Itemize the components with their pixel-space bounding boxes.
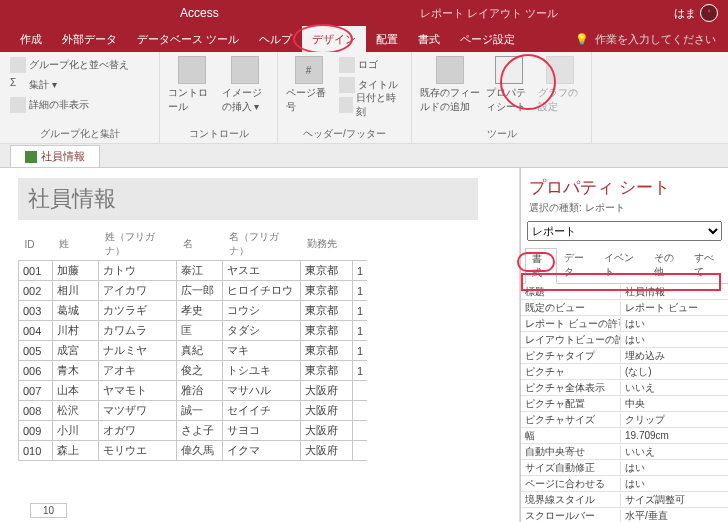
- cell[interactable]: 1: [353, 301, 368, 321]
- cell[interactable]: 大阪府: [301, 421, 353, 441]
- table-row[interactable]: 010森上モリウエ偉久馬イクマ大阪府: [19, 441, 368, 461]
- cell[interactable]: 007: [19, 381, 53, 401]
- cell[interactable]: イクマ: [223, 441, 301, 461]
- cell[interactable]: 1: [353, 341, 368, 361]
- cell[interactable]: 東京都: [301, 321, 353, 341]
- date-time-button[interactable]: 日付と時刻: [337, 96, 403, 114]
- page-numbers-button[interactable]: #ページ番号: [286, 56, 331, 114]
- property-row[interactable]: 幅19.709cm: [521, 428, 728, 444]
- property-tab-書式[interactable]: 書式: [525, 248, 557, 284]
- group-sort-button[interactable]: グループ化と並べ替え: [8, 56, 151, 74]
- logo-button[interactable]: ロゴ: [337, 56, 403, 74]
- table-row[interactable]: 005成宮ナルミヤ真紀マキ東京都1: [19, 341, 368, 361]
- cell[interactable]: 1: [353, 261, 368, 281]
- ribbon-tab-データベース ツール[interactable]: データベース ツール: [127, 26, 249, 52]
- insert-image-button[interactable]: イメージの挿入 ▾: [222, 56, 270, 114]
- cell[interactable]: アオキ: [99, 361, 177, 381]
- cell[interactable]: 003: [19, 301, 53, 321]
- cell[interactable]: 東京都: [301, 261, 353, 281]
- property-value[interactable]: 19.709cm: [621, 430, 728, 441]
- ribbon-tab-作成[interactable]: 作成: [10, 26, 52, 52]
- cell[interactable]: タダシ: [223, 321, 301, 341]
- avatar-icon[interactable]: [700, 4, 718, 22]
- cell[interactable]: 松沢: [53, 401, 99, 421]
- cell[interactable]: 青木: [53, 361, 99, 381]
- cell[interactable]: 森上: [53, 441, 99, 461]
- cell[interactable]: マキ: [223, 341, 301, 361]
- cell[interactable]: 006: [19, 361, 53, 381]
- property-value[interactable]: 埋め込み: [621, 349, 728, 363]
- property-value[interactable]: クリップ: [621, 413, 728, 427]
- property-row[interactable]: 既定のビューレポート ビュー: [521, 300, 728, 316]
- cell[interactable]: 泰江: [177, 261, 223, 281]
- cell[interactable]: カワムラ: [99, 321, 177, 341]
- property-value[interactable]: 社員情報: [621, 285, 728, 299]
- cell[interactable]: [353, 421, 368, 441]
- cell[interactable]: オガワ: [99, 421, 177, 441]
- cell[interactable]: ヤスエ: [223, 261, 301, 281]
- cell[interactable]: 東京都: [301, 341, 353, 361]
- cell[interactable]: 008: [19, 401, 53, 421]
- property-value[interactable]: 中央: [621, 397, 728, 411]
- property-row[interactable]: ピクチャタイプ埋め込み: [521, 348, 728, 364]
- cell[interactable]: 大阪府: [301, 401, 353, 421]
- cell[interactable]: 005: [19, 341, 53, 361]
- cell[interactable]: 俊之: [177, 361, 223, 381]
- property-value[interactable]: いいえ: [621, 381, 728, 395]
- object-selector[interactable]: レポート: [527, 221, 722, 241]
- cell[interactable]: [353, 401, 368, 421]
- cell[interactable]: 1: [353, 361, 368, 381]
- cell[interactable]: ヒロイチロウ: [223, 281, 301, 301]
- column-header[interactable]: 姓: [53, 228, 99, 261]
- property-row[interactable]: サイズ自動修正はい: [521, 460, 728, 476]
- property-value[interactable]: (なし): [621, 365, 728, 379]
- cell[interactable]: 川村: [53, 321, 99, 341]
- property-row[interactable]: ピクチャ(なし): [521, 364, 728, 380]
- column-header[interactable]: ID: [19, 228, 53, 261]
- column-header[interactable]: 名: [177, 228, 223, 261]
- property-value[interactable]: いいえ: [621, 445, 728, 459]
- cell[interactable]: カツラギ: [99, 301, 177, 321]
- cell[interactable]: 010: [19, 441, 53, 461]
- cell[interactable]: 001: [19, 261, 53, 281]
- cell[interactable]: 加藤: [53, 261, 99, 281]
- cell[interactable]: 東京都: [301, 361, 353, 381]
- ribbon-tab-配置[interactable]: 配置: [366, 26, 408, 52]
- property-tab-すべて[interactable]: すべて: [687, 247, 728, 283]
- cell[interactable]: アイカワ: [99, 281, 177, 301]
- user-area[interactable]: はま: [674, 4, 718, 22]
- table-row[interactable]: 009小川オガワさよ子サヨコ大阪府: [19, 421, 368, 441]
- cell[interactable]: 葛城: [53, 301, 99, 321]
- cell[interactable]: 山本: [53, 381, 99, 401]
- cell[interactable]: 1: [353, 281, 368, 301]
- property-row[interactable]: ピクチャ全体表示いいえ: [521, 380, 728, 396]
- cell[interactable]: マサハル: [223, 381, 301, 401]
- cell[interactable]: [353, 381, 368, 401]
- cell[interactable]: マツザワ: [99, 401, 177, 421]
- property-tab-イベント[interactable]: イベント: [597, 247, 646, 283]
- property-row[interactable]: ピクチャ配置中央: [521, 396, 728, 412]
- cell[interactable]: 広一郎: [177, 281, 223, 301]
- cell[interactable]: 真紀: [177, 341, 223, 361]
- cell[interactable]: さよ子: [177, 421, 223, 441]
- cell[interactable]: 誠一: [177, 401, 223, 421]
- ribbon-tab-ヘルプ[interactable]: ヘルプ: [249, 26, 302, 52]
- cell[interactable]: トシユキ: [223, 361, 301, 381]
- cell[interactable]: 1: [353, 321, 368, 341]
- cell[interactable]: サヨコ: [223, 421, 301, 441]
- controls-gallery[interactable]: コントロール: [168, 56, 216, 114]
- table-row[interactable]: 003葛城カツラギ孝史コウシ東京都1: [19, 301, 368, 321]
- property-value[interactable]: はい: [621, 317, 728, 331]
- column-header[interactable]: 名（フリガナ）: [223, 228, 301, 261]
- ribbon-tab-外部データ[interactable]: 外部データ: [52, 26, 127, 52]
- cell[interactable]: 東京都: [301, 281, 353, 301]
- cell[interactable]: 大阪府: [301, 441, 353, 461]
- report-title[interactable]: 社員情報: [18, 178, 478, 220]
- cell[interactable]: モリウエ: [99, 441, 177, 461]
- property-value[interactable]: レポート ビュー: [621, 301, 728, 315]
- document-tab[interactable]: 社員情報: [10, 145, 100, 167]
- property-row[interactable]: ピクチャサイズクリップ: [521, 412, 728, 428]
- column-header[interactable]: 勤務先: [301, 228, 353, 261]
- cell[interactable]: 004: [19, 321, 53, 341]
- add-existing-fields-button[interactable]: 既存のフィールドの追加: [420, 56, 480, 114]
